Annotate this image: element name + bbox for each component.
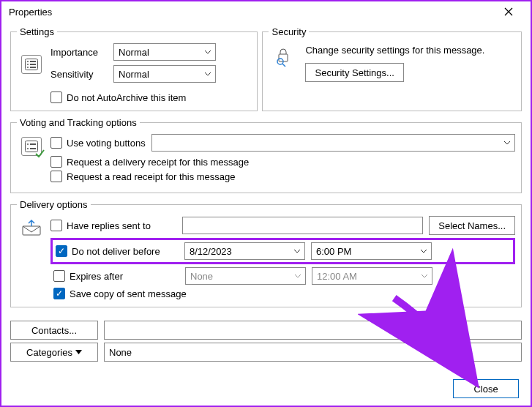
contacts-field[interactable]: [104, 321, 522, 340]
checkbox-box: [50, 92, 62, 103]
autoarchive-checkbox[interactable]: Do not AutoArchive this item: [50, 92, 216, 103]
security-group: Security Change security settings for th…: [262, 26, 522, 111]
window-title: Properties: [9, 7, 494, 18]
window-close-button[interactable]: [494, 1, 523, 22]
importance-label: Importance: [50, 47, 109, 58]
svg-rect-2: [30, 61, 36, 62]
lock-icon: [269, 43, 298, 82]
voting-icon: [17, 134, 46, 185]
expires-after-checkbox[interactable]: Expires after: [53, 270, 179, 282]
voting-legend: Voting and Tracking options: [17, 117, 140, 128]
importance-select[interactable]: Normal: [113, 43, 216, 61]
voting-options-select[interactable]: [151, 134, 515, 152]
svg-point-1: [27, 61, 29, 62]
chevron-down-icon: [416, 243, 431, 259]
voting-tracking-group: Voting and Tracking options: [10, 117, 522, 193]
security-legend: Security: [269, 26, 309, 37]
chevron-down-icon: [291, 268, 305, 284]
chevron-down-icon: [290, 243, 304, 259]
settings-icon: [17, 52, 46, 74]
use-voting-checkbox[interactable]: Use voting buttons: [50, 137, 146, 149]
svg-point-13: [27, 148, 29, 149]
replies-to-field[interactable]: [182, 217, 423, 234]
delivery-receipt-checkbox[interactable]: Request a delivery receipt for this mess…: [50, 156, 515, 168]
sensitivity-label: Sensitivity: [50, 69, 109, 80]
settings-group: Settings Importance: [10, 26, 258, 111]
save-copy-checkbox[interactable]: ✓ Save copy of sent message: [53, 288, 515, 299]
dnd-date-select[interactable]: 8/12/2023: [184, 242, 305, 260]
have-replies-checkbox[interactable]: Have replies sent to: [50, 220, 176, 231]
properties-dialog: Properties Settings: [0, 0, 532, 407]
svg-line-9: [282, 64, 285, 67]
svg-rect-6: [30, 67, 36, 68]
titlebar: Properties: [1, 1, 531, 22]
svg-rect-4: [30, 64, 36, 65]
dnd-time-select[interactable]: 6:00 PM: [311, 242, 432, 260]
select-names-button[interactable]: Select Names...: [429, 216, 515, 235]
svg-point-3: [27, 64, 29, 65]
contacts-button[interactable]: Contacts...: [10, 321, 98, 340]
dropdown-triangle-icon: [75, 350, 82, 354]
sensitivity-select[interactable]: Normal: [113, 65, 216, 83]
settings-legend: Settings: [17, 26, 57, 37]
svg-rect-12: [30, 143, 36, 145]
chevron-down-icon: [500, 135, 514, 151]
read-receipt-checkbox[interactable]: Request a read receipt for this message: [50, 171, 515, 182]
svg-point-11: [27, 143, 29, 145]
delivery-options-group: Delivery options Have replies sent to: [10, 199, 522, 307]
security-desc: Change security settings for this messag…: [305, 45, 515, 56]
do-not-deliver-row: ✓ Do not deliver before 8/12/2023 6:00 P…: [50, 238, 515, 264]
outbox-icon: [17, 216, 46, 299]
categories-field[interactable]: None: [104, 343, 522, 362]
delivery-legend: Delivery options: [17, 199, 91, 210]
expires-time-select[interactable]: 12:00 AM: [312, 267, 432, 285]
expires-date-select[interactable]: None: [185, 267, 306, 285]
do-not-deliver-checkbox[interactable]: ✓ Do not deliver before: [56, 245, 179, 257]
chevron-down-icon: [201, 66, 215, 82]
security-settings-button[interactable]: Security Settings...: [305, 63, 403, 82]
chevron-down-icon: [201, 44, 215, 60]
close-button[interactable]: Close: [453, 379, 519, 398]
categories-button[interactable]: Categories: [10, 343, 98, 362]
chevron-down-icon: [417, 268, 432, 284]
svg-point-5: [27, 67, 29, 68]
